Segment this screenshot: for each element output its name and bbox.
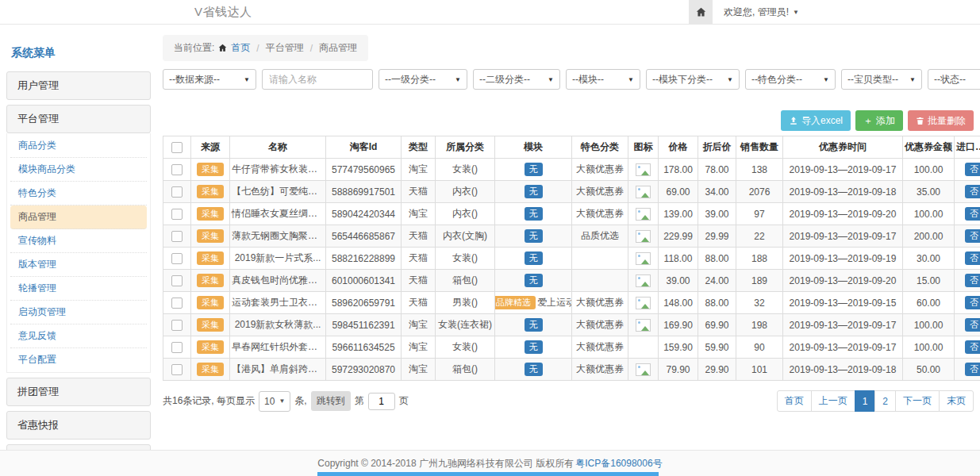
filter-select[interactable]: --模块--▼ — [566, 69, 640, 90]
table-row: 采集薄款无钢圈文胸聚拢性...565446685867天猫内衣(文胸)无品质优选… — [163, 225, 980, 248]
filter-select[interactable]: --二级分类--▼ — [473, 69, 560, 90]
imported-toggle[interactable]: 否 — [965, 318, 980, 332]
discount-price-cell: 69.90 — [698, 314, 736, 336]
module-wrap: 无 — [497, 251, 570, 265]
imported-toggle[interactable]: 否 — [965, 163, 980, 176]
row-checkbox-cell — [163, 203, 191, 225]
filter-select[interactable]: --宝贝类型--▼ — [841, 69, 922, 90]
filter-select[interactable]: --特色分类--▼ — [745, 69, 836, 90]
icon-cell — [628, 248, 659, 270]
type-cell: 淘宝 — [402, 203, 436, 225]
imported-toggle[interactable]: 否 — [965, 296, 980, 309]
import-excel-button[interactable]: 导入excel — [781, 110, 851, 131]
imported-toggle[interactable]: 否 — [965, 251, 980, 265]
imported-toggle[interactable]: 否 — [965, 229, 980, 243]
sidebar-item[interactable]: 启动页管理 — [10, 301, 147, 324]
jump-button[interactable]: 跳转到 — [311, 391, 351, 411]
user-menu[interactable]: 欢迎您, 管理员! ▼ — [724, 6, 799, 19]
sidebar-group[interactable]: 平台管理 — [6, 105, 151, 133]
table-row: 采集2019新款女秋薄款...598451162391淘宝女装(连衣裙)无大额优… — [163, 314, 980, 336]
filter-select[interactable]: --一级分类--▼ — [379, 69, 467, 90]
row-checkbox[interactable] — [171, 186, 183, 198]
feature-category-cell: 大额优惠券 — [572, 292, 628, 314]
category-cell: 男装() — [436, 292, 495, 314]
chevron-down-icon: ▼ — [455, 76, 461, 83]
sidebar-item[interactable]: 商品分类 — [10, 134, 147, 158]
coupon-time-cell: 2019-09-13—2019-09-17 — [783, 314, 903, 336]
column-header: 特色分类 — [572, 136, 628, 159]
sidebar-group[interactable]: 省惠快报 — [6, 411, 151, 440]
icp-link[interactable]: 粤ICP备16098006号 — [575, 457, 662, 470]
module-wrap: 无 — [497, 274, 570, 287]
feature-category-cell: 大额优惠券 — [572, 336, 628, 359]
sidebar: 系统菜单 用户管理平台管理商品分类模块商品分类特色分类商品管理宣传物料版本管理轮… — [6, 36, 151, 465]
row-checkbox-cell — [163, 270, 191, 292]
product-name-cell: 【七色纺】可爱纯棉家... — [230, 181, 326, 203]
add-button[interactable]: ＋ 添加 — [855, 110, 903, 131]
chevron-down-icon: ▼ — [909, 76, 916, 83]
home-icon[interactable] — [689, 0, 713, 24]
sidebar-item[interactable]: 模块商品分类 — [10, 158, 147, 182]
row-checkbox[interactable] — [171, 275, 183, 286]
row-checkbox[interactable] — [171, 320, 183, 331]
product-name-cell: 牛仔背带裤女秋装减龄... — [230, 159, 326, 181]
sidebar-group[interactable]: 拼团管理 — [6, 378, 151, 406]
page-button[interactable]: 2 — [874, 390, 896, 412]
sidebar-menu: 用户管理平台管理商品分类模块商品分类特色分类商品管理宣传物料版本管理轮播管理启动… — [6, 71, 151, 465]
source-cell: 采集 — [191, 292, 230, 314]
price-cell: 159.90 — [659, 336, 698, 359]
imported-cell: 否 — [955, 314, 980, 336]
page-button[interactable]: 1 — [855, 390, 876, 412]
row-checkbox[interactable] — [171, 364, 183, 375]
row-checkbox[interactable] — [171, 253, 183, 264]
row-checkbox[interactable] — [171, 209, 183, 220]
batch-delete-button[interactable]: 批量删除 — [908, 110, 974, 131]
coupon-amount-cell: 60.00 — [903, 292, 955, 314]
sidebar-group[interactable]: 用户管理 — [6, 71, 151, 100]
per-page-select[interactable]: 10 ▼ — [259, 391, 290, 412]
page-button[interactable]: 首页 — [777, 390, 812, 412]
sidebar-item[interactable]: 商品管理 — [10, 205, 147, 229]
icon-cell — [628, 181, 659, 203]
imported-toggle[interactable]: 否 — [965, 363, 980, 376]
breadcrumb-home-link[interactable]: 首页 — [231, 41, 250, 55]
imported-toggle[interactable]: 否 — [965, 274, 980, 287]
jump-prefix: 第 — [355, 394, 364, 408]
page-number-input[interactable] — [368, 393, 395, 410]
sidebar-item[interactable]: 平台配置 — [10, 348, 147, 371]
taoke-id-cell: 597293020870 — [326, 359, 402, 381]
module-wrap: 无 — [497, 163, 570, 176]
filter-select[interactable]: --状态--▼ — [928, 69, 980, 90]
row-checkbox[interactable] — [171, 231, 183, 242]
imported-toggle[interactable]: 否 — [965, 340, 980, 354]
imported-cell: 否 — [955, 248, 980, 270]
select-all-checkbox[interactable] — [171, 142, 183, 153]
page-button[interactable]: 下一页 — [895, 390, 940, 412]
filter-select-label: --特色分类-- — [751, 73, 802, 86]
row-checkbox[interactable] — [171, 298, 183, 309]
page-button[interactable]: 末页 — [939, 390, 974, 412]
page-button[interactable]: 上一页 — [811, 390, 855, 412]
filter-select-label: --一级分类-- — [385, 73, 436, 86]
row-checkbox[interactable] — [171, 164, 183, 175]
pagination-summary: 共16条记录, 每页显示 10 ▼ 条, 跳转到 第 页 — [163, 391, 409, 412]
row-checkbox[interactable] — [171, 342, 183, 353]
sidebar-item[interactable]: 轮播管理 — [10, 277, 147, 301]
imported-cell: 否 — [955, 225, 980, 248]
filter-select-label: --模块-- — [572, 73, 604, 86]
filter-select[interactable]: --数据来源--▼ — [163, 69, 256, 90]
sidebar-item[interactable]: 特色分类 — [10, 182, 147, 205]
main-content: 当前位置: 首页 / 平台管理 / 商品管理 --数据来源--▼--一级分类--… — [163, 35, 974, 412]
module-badge: 无 — [525, 185, 543, 198]
filter-select[interactable]: --模块下分类--▼ — [646, 69, 740, 90]
column-header: 折后价 — [698, 136, 736, 159]
top-bar: V省钱达人 欢迎您, 管理员! ▼ — [0, 0, 980, 25]
sidebar-item[interactable]: 宣传物料 — [10, 229, 147, 253]
sidebar-item[interactable]: 意见反馈 — [10, 324, 147, 348]
row-checkbox-cell — [163, 359, 191, 381]
source-badge: 采集 — [197, 363, 224, 376]
sidebar-item[interactable]: 版本管理 — [10, 253, 147, 277]
imported-toggle[interactable]: 否 — [965, 207, 980, 221]
name-search-input[interactable] — [262, 69, 373, 90]
imported-toggle[interactable]: 否 — [965, 185, 980, 198]
